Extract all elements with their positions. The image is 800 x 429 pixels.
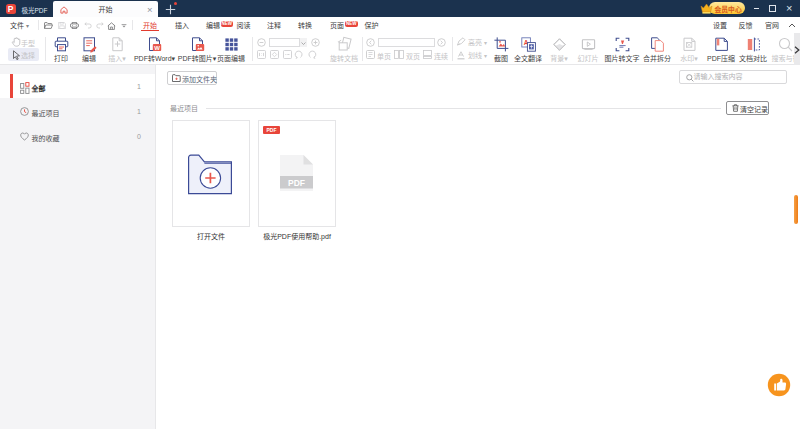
svg-text:PDF: PDF	[288, 178, 305, 188]
svg-text:W: W	[154, 44, 160, 50]
